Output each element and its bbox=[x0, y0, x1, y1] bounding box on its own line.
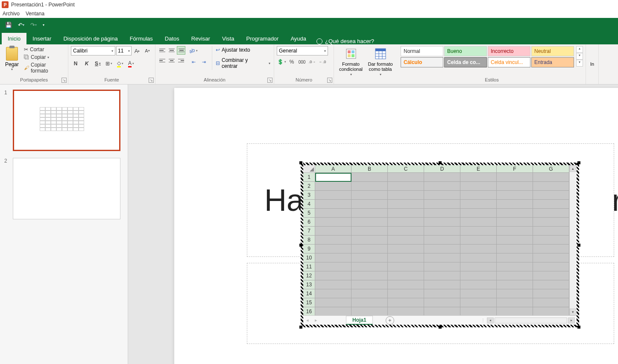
accounting-format-button[interactable]: 💲 bbox=[277, 57, 286, 67]
cell-A2[interactable] bbox=[315, 182, 351, 191]
row-header-11[interactable]: 11 bbox=[303, 262, 315, 271]
increase-decimal-button[interactable]: .0→ bbox=[308, 57, 317, 67]
hscroll-left-button[interactable]: ◂ bbox=[487, 317, 494, 323]
hscroll-right-button[interactable]: ▸ bbox=[568, 317, 575, 323]
cell-E11[interactable] bbox=[460, 262, 497, 271]
align-bottom-button[interactable] bbox=[177, 46, 185, 55]
clipboard-launcher[interactable]: ↘ bbox=[62, 78, 67, 83]
cell-B1[interactable] bbox=[351, 173, 388, 182]
save-icon[interactable]: 💾 bbox=[3, 21, 14, 29]
align-middle-button[interactable] bbox=[167, 46, 176, 55]
cell-D2[interactable] bbox=[424, 182, 460, 191]
cell-D12[interactable] bbox=[424, 271, 460, 280]
cell-B14[interactable] bbox=[351, 289, 388, 298]
cell-A15[interactable] bbox=[315, 298, 351, 307]
conditional-format-button[interactable]: Formato condicional▾ bbox=[337, 46, 365, 77]
tab-datos[interactable]: Datos bbox=[159, 33, 185, 44]
cell-E6[interactable] bbox=[460, 218, 497, 227]
cell-B10[interactable] bbox=[351, 253, 388, 262]
copy-button[interactable]: ⿻Copiar▾ bbox=[23, 54, 65, 61]
style-neutral[interactable]: Neutral bbox=[531, 46, 574, 56]
cell-A14[interactable] bbox=[315, 289, 351, 298]
cell-C16[interactable] bbox=[388, 307, 424, 315]
splitter-icon[interactable]: ⋮ bbox=[481, 318, 486, 323]
row-header-9[interactable]: 9 bbox=[303, 245, 315, 253]
cell-E2[interactable] bbox=[460, 182, 497, 191]
tab-vista[interactable]: Vista bbox=[216, 33, 240, 44]
wrap-text-button[interactable]: ↩Ajustar texto bbox=[215, 46, 271, 54]
tab-disposicion[interactable]: Disposición de página bbox=[57, 33, 123, 44]
gallery-down-button[interactable]: ▾ bbox=[576, 53, 583, 60]
cell-A9[interactable] bbox=[315, 245, 351, 253]
cell-C13[interactable] bbox=[388, 280, 424, 289]
cell-D15[interactable] bbox=[424, 298, 460, 307]
cell-F7[interactable] bbox=[497, 227, 533, 236]
cell-B8[interactable] bbox=[351, 236, 388, 245]
alignment-launcher[interactable]: ↘ bbox=[267, 78, 272, 83]
decrease-font-button[interactable]: A▾ bbox=[143, 46, 152, 55]
cell-E14[interactable] bbox=[460, 289, 497, 298]
customize-qat-button[interactable]: ▾ bbox=[41, 22, 46, 28]
cell-A7[interactable] bbox=[315, 227, 351, 236]
underline-button[interactable]: S bbox=[93, 59, 103, 68]
bold-button[interactable]: N bbox=[71, 59, 80, 68]
cell-F10[interactable] bbox=[497, 253, 533, 262]
cell-F8[interactable] bbox=[497, 236, 533, 245]
insert-cells-button[interactable]: In bbox=[589, 46, 596, 67]
cell-A3[interactable] bbox=[315, 191, 351, 200]
cell-B15[interactable] bbox=[351, 298, 388, 307]
cell-D10[interactable] bbox=[424, 253, 460, 262]
cell-B3[interactable] bbox=[351, 191, 388, 200]
cell-G4[interactable] bbox=[533, 200, 569, 209]
cell-F1[interactable] bbox=[497, 173, 533, 182]
cell-F4[interactable] bbox=[497, 200, 533, 209]
cell-C2[interactable] bbox=[388, 182, 424, 191]
cell-C11[interactable] bbox=[388, 262, 424, 271]
select-all-corner[interactable] bbox=[303, 165, 315, 173]
cell-A11[interactable] bbox=[315, 262, 351, 271]
cell-D4[interactable] bbox=[424, 200, 460, 209]
cell-C8[interactable] bbox=[388, 236, 424, 245]
cell-E10[interactable] bbox=[460, 253, 497, 262]
cell-B16[interactable] bbox=[351, 307, 388, 315]
row-header-1[interactable]: 1 bbox=[303, 173, 315, 182]
cell-A12[interactable] bbox=[315, 271, 351, 280]
cell-E13[interactable] bbox=[460, 280, 497, 289]
cell-G8[interactable] bbox=[533, 236, 569, 245]
cell-F14[interactable] bbox=[497, 289, 533, 298]
cell-A8[interactable] bbox=[315, 236, 351, 245]
cell-G11[interactable] bbox=[533, 262, 569, 271]
cell-B9[interactable] bbox=[351, 245, 388, 253]
cell-F5[interactable] bbox=[497, 209, 533, 218]
scroll-down-button[interactable]: ▾ bbox=[570, 309, 576, 315]
tab-insertar[interactable]: Insertar bbox=[26, 33, 57, 44]
embedded-excel-object[interactable]: A B C D E F G ▴ 1234567891011 bbox=[301, 163, 579, 327]
cell-G10[interactable] bbox=[533, 253, 569, 262]
slide-editing-area[interactable]: Ha r tí bbox=[128, 84, 618, 364]
row-header-15[interactable]: 15 bbox=[303, 298, 315, 307]
cell-A16[interactable] bbox=[315, 307, 351, 315]
row-header-10[interactable]: 10 bbox=[303, 253, 315, 262]
cell-C1[interactable] bbox=[388, 173, 424, 182]
resize-handle-e[interactable] bbox=[577, 244, 580, 247]
col-header-a[interactable]: A bbox=[315, 165, 351, 173]
style-good[interactable]: Bueno bbox=[444, 46, 487, 56]
row-header-6[interactable]: 6 bbox=[303, 218, 315, 227]
cell-B6[interactable] bbox=[351, 218, 388, 227]
increase-font-button[interactable]: A▴ bbox=[132, 46, 142, 55]
font-name-combo[interactable]: Calibri▾ bbox=[71, 46, 115, 55]
col-header-c[interactable]: C bbox=[388, 165, 424, 173]
cell-E3[interactable] bbox=[460, 191, 497, 200]
resize-handle-nw[interactable] bbox=[299, 161, 302, 164]
style-check-cell[interactable]: Celda de co... bbox=[444, 57, 487, 67]
number-launcher[interactable]: ↘ bbox=[327, 78, 332, 83]
cell-G7[interactable] bbox=[533, 227, 569, 236]
style-bad[interactable]: Incorrecto bbox=[488, 46, 530, 56]
cell-C9[interactable] bbox=[388, 245, 424, 253]
cell-D11[interactable] bbox=[424, 262, 460, 271]
style-calc[interactable]: Cálculo bbox=[401, 57, 443, 67]
cell-A13[interactable] bbox=[315, 280, 351, 289]
tell-me-search[interactable]: ¿Qué desea hacer? bbox=[312, 38, 378, 44]
cell-C15[interactable] bbox=[388, 298, 424, 307]
sheet-nav-prev[interactable]: ◂ bbox=[303, 317, 312, 323]
